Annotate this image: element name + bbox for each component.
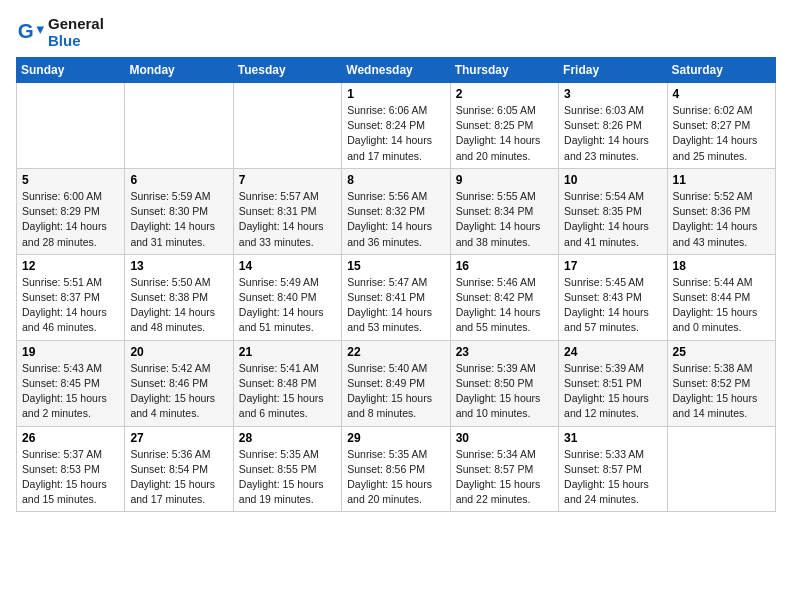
calendar-cell: 5Sunrise: 6:00 AM Sunset: 8:29 PM Daylig…: [17, 168, 125, 254]
weekday-header-monday: Monday: [125, 58, 233, 83]
calendar-cell: 12Sunrise: 5:51 AM Sunset: 8:37 PM Dayli…: [17, 254, 125, 340]
day-info: Sunrise: 5:35 AM Sunset: 8:55 PM Dayligh…: [239, 447, 336, 508]
day-info: Sunrise: 5:38 AM Sunset: 8:52 PM Dayligh…: [673, 361, 770, 422]
calendar-cell: 11Sunrise: 5:52 AM Sunset: 8:36 PM Dayli…: [667, 168, 775, 254]
calendar-cell: [667, 426, 775, 512]
day-info: Sunrise: 5:54 AM Sunset: 8:35 PM Dayligh…: [564, 189, 661, 250]
day-number: 31: [564, 431, 661, 445]
calendar-cell: 7Sunrise: 5:57 AM Sunset: 8:31 PM Daylig…: [233, 168, 341, 254]
day-info: Sunrise: 5:41 AM Sunset: 8:48 PM Dayligh…: [239, 361, 336, 422]
calendar-cell: 21Sunrise: 5:41 AM Sunset: 8:48 PM Dayli…: [233, 340, 341, 426]
day-number: 4: [673, 87, 770, 101]
day-number: 7: [239, 173, 336, 187]
calendar-cell: 28Sunrise: 5:35 AM Sunset: 8:55 PM Dayli…: [233, 426, 341, 512]
day-number: 16: [456, 259, 553, 273]
weekday-header-sunday: Sunday: [17, 58, 125, 83]
page-header: G General Blue: [16, 16, 776, 49]
day-number: 21: [239, 345, 336, 359]
day-info: Sunrise: 5:34 AM Sunset: 8:57 PM Dayligh…: [456, 447, 553, 508]
weekday-header-tuesday: Tuesday: [233, 58, 341, 83]
day-info: Sunrise: 5:42 AM Sunset: 8:46 PM Dayligh…: [130, 361, 227, 422]
calendar-week-row: 12Sunrise: 5:51 AM Sunset: 8:37 PM Dayli…: [17, 254, 776, 340]
day-info: Sunrise: 6:05 AM Sunset: 8:25 PM Dayligh…: [456, 103, 553, 164]
day-number: 5: [22, 173, 119, 187]
calendar-cell: 24Sunrise: 5:39 AM Sunset: 8:51 PM Dayli…: [559, 340, 667, 426]
calendar-header-row: SundayMondayTuesdayWednesdayThursdayFrid…: [17, 58, 776, 83]
calendar-cell: 14Sunrise: 5:49 AM Sunset: 8:40 PM Dayli…: [233, 254, 341, 340]
day-info: Sunrise: 5:43 AM Sunset: 8:45 PM Dayligh…: [22, 361, 119, 422]
day-info: Sunrise: 5:45 AM Sunset: 8:43 PM Dayligh…: [564, 275, 661, 336]
day-info: Sunrise: 5:46 AM Sunset: 8:42 PM Dayligh…: [456, 275, 553, 336]
day-number: 23: [456, 345, 553, 359]
day-number: 6: [130, 173, 227, 187]
day-info: Sunrise: 6:02 AM Sunset: 8:27 PM Dayligh…: [673, 103, 770, 164]
day-number: 25: [673, 345, 770, 359]
day-number: 15: [347, 259, 444, 273]
day-info: Sunrise: 5:57 AM Sunset: 8:31 PM Dayligh…: [239, 189, 336, 250]
day-number: 10: [564, 173, 661, 187]
calendar-cell: 18Sunrise: 5:44 AM Sunset: 8:44 PM Dayli…: [667, 254, 775, 340]
day-info: Sunrise: 5:39 AM Sunset: 8:50 PM Dayligh…: [456, 361, 553, 422]
day-info: Sunrise: 5:51 AM Sunset: 8:37 PM Dayligh…: [22, 275, 119, 336]
day-number: 26: [22, 431, 119, 445]
day-info: Sunrise: 5:55 AM Sunset: 8:34 PM Dayligh…: [456, 189, 553, 250]
calendar-cell: [17, 83, 125, 169]
day-info: Sunrise: 5:49 AM Sunset: 8:40 PM Dayligh…: [239, 275, 336, 336]
day-number: 3: [564, 87, 661, 101]
day-info: Sunrise: 5:36 AM Sunset: 8:54 PM Dayligh…: [130, 447, 227, 508]
day-info: Sunrise: 5:33 AM Sunset: 8:57 PM Dayligh…: [564, 447, 661, 508]
calendar-cell: 23Sunrise: 5:39 AM Sunset: 8:50 PM Dayli…: [450, 340, 558, 426]
weekday-header-thursday: Thursday: [450, 58, 558, 83]
day-info: Sunrise: 5:35 AM Sunset: 8:56 PM Dayligh…: [347, 447, 444, 508]
day-number: 13: [130, 259, 227, 273]
day-number: 18: [673, 259, 770, 273]
day-number: 11: [673, 173, 770, 187]
calendar-cell: 10Sunrise: 5:54 AM Sunset: 8:35 PM Dayli…: [559, 168, 667, 254]
day-number: 1: [347, 87, 444, 101]
calendar-cell: 3Sunrise: 6:03 AM Sunset: 8:26 PM Daylig…: [559, 83, 667, 169]
calendar-cell: 16Sunrise: 5:46 AM Sunset: 8:42 PM Dayli…: [450, 254, 558, 340]
calendar-cell: 8Sunrise: 5:56 AM Sunset: 8:32 PM Daylig…: [342, 168, 450, 254]
calendar-table: SundayMondayTuesdayWednesdayThursdayFrid…: [16, 57, 776, 512]
calendar-cell: 19Sunrise: 5:43 AM Sunset: 8:45 PM Dayli…: [17, 340, 125, 426]
day-info: Sunrise: 5:44 AM Sunset: 8:44 PM Dayligh…: [673, 275, 770, 336]
day-number: 29: [347, 431, 444, 445]
weekday-header-friday: Friday: [559, 58, 667, 83]
logo-text-general: General: [48, 15, 104, 32]
day-number: 8: [347, 173, 444, 187]
calendar-week-row: 1Sunrise: 6:06 AM Sunset: 8:24 PM Daylig…: [17, 83, 776, 169]
calendar-cell: 31Sunrise: 5:33 AM Sunset: 8:57 PM Dayli…: [559, 426, 667, 512]
calendar-cell: 2Sunrise: 6:05 AM Sunset: 8:25 PM Daylig…: [450, 83, 558, 169]
day-number: 28: [239, 431, 336, 445]
day-info: Sunrise: 6:03 AM Sunset: 8:26 PM Dayligh…: [564, 103, 661, 164]
calendar-cell: 1Sunrise: 6:06 AM Sunset: 8:24 PM Daylig…: [342, 83, 450, 169]
calendar-cell: 9Sunrise: 5:55 AM Sunset: 8:34 PM Daylig…: [450, 168, 558, 254]
calendar-cell: 15Sunrise: 5:47 AM Sunset: 8:41 PM Dayli…: [342, 254, 450, 340]
calendar-cell: 17Sunrise: 5:45 AM Sunset: 8:43 PM Dayli…: [559, 254, 667, 340]
day-number: 30: [456, 431, 553, 445]
day-info: Sunrise: 5:50 AM Sunset: 8:38 PM Dayligh…: [130, 275, 227, 336]
svg-marker-1: [37, 26, 44, 33]
day-number: 12: [22, 259, 119, 273]
day-info: Sunrise: 5:56 AM Sunset: 8:32 PM Dayligh…: [347, 189, 444, 250]
day-number: 20: [130, 345, 227, 359]
svg-text:G: G: [18, 19, 34, 42]
weekday-header-wednesday: Wednesday: [342, 58, 450, 83]
day-info: Sunrise: 5:39 AM Sunset: 8:51 PM Dayligh…: [564, 361, 661, 422]
logo: G General Blue: [16, 16, 104, 49]
day-info: Sunrise: 5:40 AM Sunset: 8:49 PM Dayligh…: [347, 361, 444, 422]
calendar-cell: 26Sunrise: 5:37 AM Sunset: 8:53 PM Dayli…: [17, 426, 125, 512]
day-number: 22: [347, 345, 444, 359]
calendar-cell: [125, 83, 233, 169]
calendar-cell: 20Sunrise: 5:42 AM Sunset: 8:46 PM Dayli…: [125, 340, 233, 426]
calendar-cell: 4Sunrise: 6:02 AM Sunset: 8:27 PM Daylig…: [667, 83, 775, 169]
calendar-cell: 27Sunrise: 5:36 AM Sunset: 8:54 PM Dayli…: [125, 426, 233, 512]
day-info: Sunrise: 5:37 AM Sunset: 8:53 PM Dayligh…: [22, 447, 119, 508]
day-number: 17: [564, 259, 661, 273]
calendar-cell: 13Sunrise: 5:50 AM Sunset: 8:38 PM Dayli…: [125, 254, 233, 340]
day-number: 9: [456, 173, 553, 187]
day-number: 14: [239, 259, 336, 273]
day-number: 24: [564, 345, 661, 359]
weekday-header-saturday: Saturday: [667, 58, 775, 83]
day-number: 2: [456, 87, 553, 101]
